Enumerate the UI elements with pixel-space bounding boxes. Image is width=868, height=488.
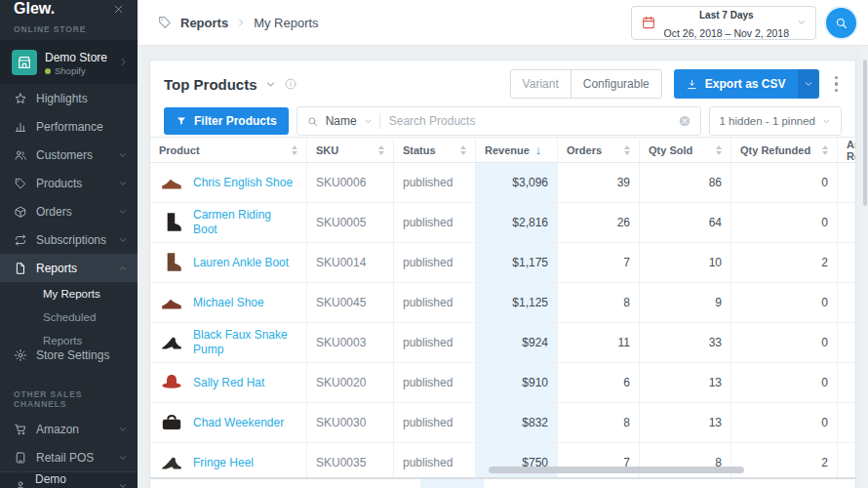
sidebar-item-products[interactable]: Products [0,169,138,197]
product-link[interactable]: Sally Red Hat [193,376,264,390]
product-link[interactable]: Carmen Riding Boot [193,208,297,237]
orders-cell: 8 [558,403,640,443]
chevron-down-icon [822,117,831,126]
table-body: Chris English ShoeSKU0006published$3,096… [150,163,855,483]
table-row[interactable]: Chris English ShoeSKU0006published$3,096… [150,163,855,203]
sidebar-item-store-settings[interactable]: Store Settings [0,341,138,369]
chevron-down-icon [118,481,128,488]
breadcrumb-reports[interactable]: Reports [180,16,228,30]
product-cell: Carmen Riding Boot [150,203,307,243]
configurable-button[interactable]: Configurable [571,70,661,98]
star-icon [14,92,27,105]
totals-status [357,479,420,488]
revenue-cell: $2,816 [476,203,558,243]
more-options-button[interactable] [831,72,843,97]
table-row[interactable]: Sally Red HatSKU0020published$9106130$0$… [150,363,855,403]
sidebar-subitem-scheduled-reports[interactable]: Scheduled Reports [0,305,138,329]
date-range-picker[interactable]: Last 7 Days Oct 26, 2018 – Nov 2, 2018 [631,6,816,40]
export-options-caret[interactable] [798,69,819,99]
sort-icon [373,145,384,155]
account-name: Demo Account [35,472,110,488]
sidebar-item-highlights[interactable]: Highlights [0,84,138,112]
report-title[interactable]: Top Products [164,76,257,93]
column-header-revenue[interactable]: Revenue↓ [476,138,558,163]
horizontal-scrollbar[interactable] [489,467,744,473]
product-link[interactable]: Chad Weekender [193,416,284,430]
search-products-input[interactable] [387,113,671,129]
store-selector[interactable]: Demo Store Shopify [0,40,138,84]
revenue-cell: $924 [476,323,558,363]
sidebar-item-performance[interactable]: Performance [0,112,138,141]
column-header-orders[interactable]: Orders [558,138,640,163]
qty-sold-cell: 33 [640,323,731,363]
sidebar-item-customers[interactable]: Customers [0,141,138,169]
product-thumbnail [159,170,184,195]
sku-cell: SKU0020 [307,363,394,403]
sidebar-header: Glew. [0,0,138,18]
product-link[interactable]: Lauren Ankle Boot [193,256,289,270]
status-cell: published [394,163,476,203]
sidebar-item-orders[interactable]: Orders [0,197,138,225]
product-link[interactable]: Black Faux Snake Pump [193,328,297,357]
shopify-dot-icon [45,68,51,74]
tag-icon [14,177,27,190]
cart-icon [14,423,27,436]
table-row[interactable]: Carmen Riding BootSKU0005published$2,816… [150,203,855,243]
sidebar-item-amazon[interactable]: Amazon [0,415,138,443]
column-header-amount-refunded[interactable]: Amount Refunded [838,138,856,163]
product-cell: Chad Weekender [150,403,307,443]
hidden-pinned-dropdown[interactable]: 1 hidden - 1 pinned [709,106,842,136]
search-field-selector[interactable]: Name [326,114,357,128]
vertical-scrollbar-thumb[interactable] [863,60,867,206]
product-thumbnail [159,370,184,395]
sidebar-item-subscriptions[interactable]: Subscriptions [0,225,138,254]
filter-products-button[interactable]: Filter Products [164,107,289,135]
column-header-qty-refunded[interactable]: Qty Refunded [731,138,838,163]
column-header-qty-sold[interactable]: Qty Sold [640,138,731,163]
orders-cell: 11 [558,323,640,363]
product-cell: Chris English Shoe [150,163,307,203]
chevron-down-icon [118,425,128,434]
product-cell: Michael Shoe [150,283,307,323]
vertical-scrollbar-track[interactable] [862,46,868,488]
product-link[interactable]: Michael Shoe [193,296,264,310]
column-header-product[interactable]: Product [150,138,307,163]
qty-refunded-cell: 0 [731,323,838,363]
table-row[interactable]: Black Faux Snake PumpSKU0003published$92… [150,323,855,363]
qty-refunded-cell: 0 [731,363,838,403]
table-row[interactable]: Chad WeekenderSKU0030published$8328130$0… [150,403,855,443]
column-header-status[interactable]: Status [394,138,476,163]
table-row[interactable]: Michael ShoeSKU0045published$1,125890$0$… [150,283,855,323]
sort-icon [618,145,630,155]
table-row[interactable]: Lauren Ankle BootSKU0014published$1,1757… [150,243,855,283]
product-thumbnail [159,290,184,315]
sidebar-item-reports[interactable]: Reports [0,254,138,282]
info-icon[interactable] [284,77,297,91]
export-csv-button[interactable]: Export as CSV [674,69,798,99]
filter-row: Filter Products Name 1 hidden - 1 pinned [150,106,855,136]
products-table-container: ProductSKUStatusRevenue↓OrdersQty SoldQt… [150,137,855,488]
variant-button[interactable]: Variant [511,70,571,98]
global-search-button[interactable] [826,8,856,38]
product-thumbnail [159,410,184,435]
account-switcher[interactable]: Demo Account [0,471,138,488]
chevron-down-icon[interactable] [364,117,373,126]
chevron-down-icon [797,18,807,27]
product-link[interactable]: Fringe Heel [193,456,254,470]
qty-sold-cell: 86 [640,163,731,203]
revenue-cell: $3,096 [476,163,558,203]
gear-icon [14,348,27,362]
product-link[interactable]: Chris English Shoe [193,176,293,190]
sidebar-close-icon[interactable] [112,3,125,16]
sidebar-subitem-my-reports[interactable]: My Reports [0,282,138,305]
report-title-caret-icon[interactable] [265,79,276,90]
sort-icon [816,145,828,155]
column-header-sku[interactable]: SKU [307,138,394,163]
report-toolbar: Top Products Variant Configurable Export… [150,66,855,102]
revenue-cell: $1,175 [476,243,558,283]
bar-chart-icon [14,120,27,134]
product-cell: Sally Red Hat [150,363,307,403]
sidebar-item-retail-pos[interactable]: Retail POS [0,443,138,471]
date-range-label: Last 7 Days [699,10,754,20]
clear-search-icon[interactable] [678,114,691,128]
